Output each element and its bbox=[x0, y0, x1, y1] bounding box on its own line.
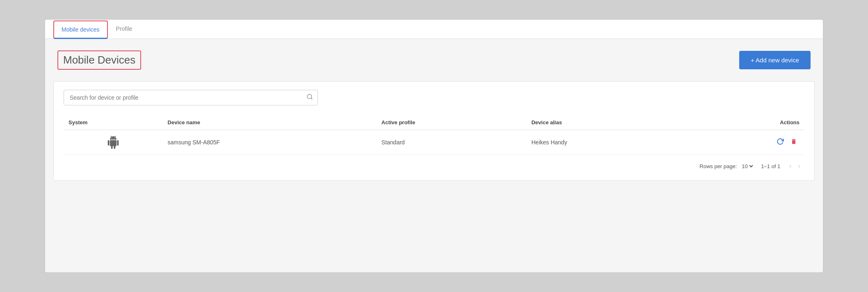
rows-per-page-select[interactable]: 10 25 50 bbox=[740, 163, 754, 170]
col-active-profile: Active profile bbox=[377, 115, 527, 130]
pagination-nav: ‹ › bbox=[787, 162, 803, 171]
app-container: Mobile devices Profile Mobile Devices + … bbox=[44, 19, 824, 273]
add-device-button[interactable]: + Add new device bbox=[739, 51, 811, 69]
next-page-button[interactable]: › bbox=[796, 162, 803, 171]
tab-profile[interactable]: Profile bbox=[108, 20, 141, 39]
page-title-highlight: Mobile Devices bbox=[57, 50, 141, 70]
col-system: System bbox=[64, 115, 163, 130]
search-input[interactable] bbox=[64, 90, 318, 105]
col-device-alias: Device alias bbox=[526, 115, 683, 130]
prev-page-button[interactable]: ‹ bbox=[787, 162, 794, 171]
col-actions: Actions bbox=[683, 115, 804, 130]
col-device-name: Device name bbox=[163, 115, 377, 130]
cell-active-profile: Standard bbox=[377, 130, 527, 155]
cell-actions bbox=[683, 130, 804, 155]
cell-device-alias: Heikes Handy bbox=[526, 130, 683, 155]
search-wrapper bbox=[64, 90, 804, 105]
devices-table: System Device name Active profile Device… bbox=[64, 115, 804, 155]
pagination-bar: Rows per page: 10 25 50 1–1 of 1 ‹ › bbox=[64, 155, 804, 172]
tabs-bar: Mobile devices Profile bbox=[45, 20, 823, 39]
page-header: Mobile Devices + Add new device bbox=[45, 39, 823, 81]
refresh-button[interactable] bbox=[774, 136, 786, 149]
rows-per-page-wrapper: Rows per page: 10 25 50 bbox=[699, 163, 754, 170]
android-icon bbox=[69, 136, 158, 149]
rows-per-page-label: Rows per page: bbox=[699, 163, 737, 169]
table-row: samsung SM-A805F Standard Heikes Handy bbox=[64, 130, 804, 155]
tab-mobile-devices[interactable]: Mobile devices bbox=[53, 21, 108, 39]
pagination-info: 1–1 of 1 bbox=[761, 163, 780, 169]
page-title: Mobile Devices bbox=[63, 54, 135, 66]
content-card: System Device name Active profile Device… bbox=[53, 81, 815, 181]
cell-device-name: samsung SM-A805F bbox=[163, 130, 377, 155]
delete-button[interactable] bbox=[788, 136, 799, 149]
cell-system bbox=[64, 130, 163, 155]
